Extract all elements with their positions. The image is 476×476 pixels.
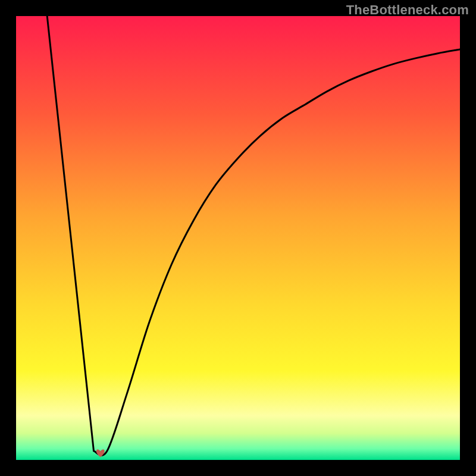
- min-heart-icon: [96, 449, 105, 457]
- chart-container: TheBottleneck.com: [0, 0, 476, 476]
- plot-area: [16, 16, 460, 460]
- watermark-text: TheBottleneck.com: [346, 2, 469, 18]
- bottleneck-curve: [47, 16, 460, 455]
- curve-layer: [16, 16, 460, 460]
